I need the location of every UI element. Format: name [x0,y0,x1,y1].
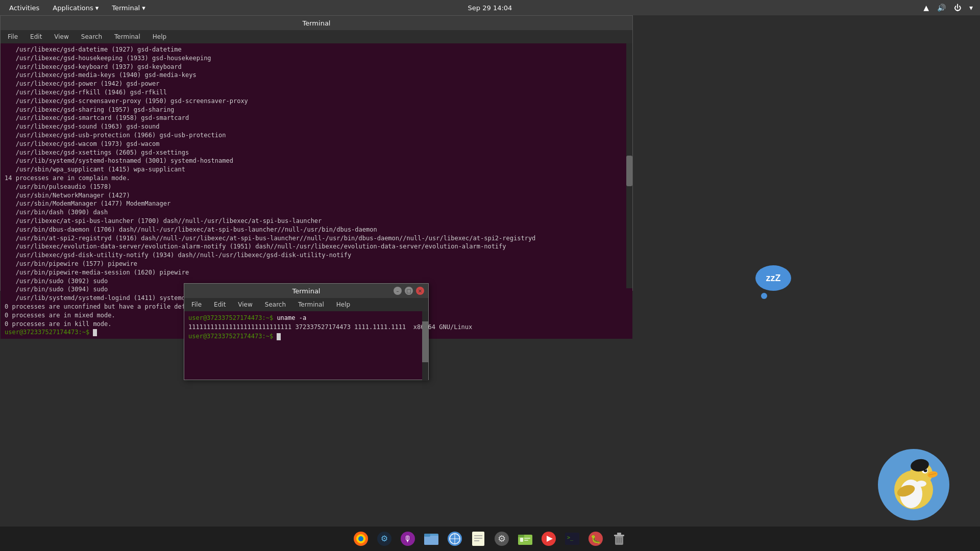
main-terminal-scrollbar[interactable] [626,43,632,288]
second-terminal-prompt2: user@372337527174473:~$ [188,332,424,341]
svg-text:🐛: 🐛 [591,534,601,544]
terminal-taskbar-icon: >_ [564,531,580,547]
second-prompt2: user@372337527174473:~$ [188,333,277,340]
terminal-line: /usr/bin/dbus-daemon (1706) dash//null-/… [5,226,628,234]
datetime-text: Sep 29 14:04 [468,4,512,12]
svg-rect-34 [524,538,530,539]
podcast-icon: 🎙 [400,531,416,547]
svg-rect-35 [524,540,528,541]
taskbar-firefox[interactable] [351,529,371,549]
applications-dropdown-icon: ▾ [95,4,99,12]
topbar-right: ▲ 🔊 ⏻ ▾ [921,4,975,12]
topbar: Activities Applications ▾ Terminal ▾ Sep… [0,0,980,15]
menu-view[interactable]: View [51,32,71,41]
second-terminal-scrollbar[interactable] [422,311,428,381]
terminal-line: /usr/libexec/evolution-data-server/evolu… [5,242,628,251]
menu2-search[interactable]: Search [262,300,289,309]
terminal-line: /usr/libexec/gsd-disk-utility-notify (19… [5,251,628,260]
terminal-line: /usr/libexec/gsd-power (1942) gsd-power [5,80,628,88]
zzz-bubble: zzZ [755,265,791,291]
second-terminal-scrollbar-thumb[interactable] [422,321,428,362]
notes-icon [470,531,486,547]
svg-rect-25 [472,532,484,546]
svg-rect-44 [617,533,621,535]
svg-rect-33 [520,538,523,542]
svg-text:>_: >_ [567,535,574,541]
terminal-line: /usr/libexec/gsd-rfkill (1946) gsd-rfkil… [5,88,628,97]
terminal-line: /usr/libexec/gsd-smartcard (1958) gsd-sm… [5,114,628,122]
close-button[interactable]: ✕ [416,287,424,295]
second-terminal-output1: 1111111111111111111111111111 37233752717… [188,322,424,332]
terminal-line: /usr/bin/pipewire-media-session (1620) p… [5,268,628,277]
terminal-line: /usr/libexec/gsd-housekeeping (1933) gsd… [5,54,628,63]
taskbar-browser[interactable] [445,529,465,549]
topbar-datetime: Sep 29 14:04 [468,4,512,12]
maximize-button[interactable]: □ [405,287,413,295]
network-icon[interactable]: ▲ [921,4,931,12]
main-terminal-scrollbar-thumb[interactable] [626,156,632,186]
taskbar-podcast[interactable]: 🎙 [398,529,418,549]
media-icon [541,531,557,547]
applications-label: Applications [53,4,93,12]
terminal-menu[interactable]: Terminal ▾ [108,0,149,15]
terminal-line: /usr/libexec/gsd-sound (1963) gsd-sound [5,122,628,131]
terminal-line: 14 processes are in complain mode. [5,174,628,183]
menu-help[interactable]: Help [150,32,169,41]
terminal-line: /usr/sbin/ModemManager (1477) ModemManag… [5,199,628,208]
terminal-line: /usr/libexec/gsd-media-keys (1940) gsd-m… [5,71,628,80]
taskbar-debug[interactable]: 🐛 [585,529,606,549]
terminal-line: /usr/bin/pulseaudio (1578) [5,183,628,191]
menu-terminal[interactable]: Terminal [111,32,143,41]
taskbar: ⚙ 🎙 [0,527,980,551]
terminal-line: /usr/bin/pipewire (1577) pipewire [5,260,628,268]
minimize-button[interactable]: – [394,287,402,295]
terminal-line: /usr/libexec/gsd-xsettings (2605) gsd-xs… [5,148,628,157]
terminal-line: /usr/libexec/gsd-keyboard (1937) gsd-key… [5,63,628,71]
second-terminal-content: user@372337527174473:~$ uname -a 1111111… [184,311,428,343]
activities-button[interactable]: Activities [5,0,43,15]
window-controls: – □ ✕ [394,287,424,295]
second-terminal-window: Terminal – □ ✕ File Edit View Search Ter… [184,283,429,380]
svg-point-13 [358,536,363,541]
activities-label: Activities [9,4,39,12]
main-terminal-menubar: File Edit View Search Terminal Help [1,30,632,43]
menu-search[interactable]: Search [78,32,105,41]
taskbar-steam[interactable]: ⚙ [374,529,395,549]
browser-icon [447,531,463,547]
menu2-file[interactable]: File [188,300,205,309]
menu2-help[interactable]: Help [333,300,353,309]
terminal-line: /usr/libexec/gsd-datetime (1927) gsd-dat… [5,45,628,54]
applications-menu[interactable]: Applications ▾ [48,0,103,15]
terminal-line: /usr/bin/at-spi2-registryd (1916) dash//… [5,234,628,243]
power-icon[interactable]: ⏻ [952,4,963,12]
filemanager-icon [517,531,533,547]
terminal-line: /usr/sbin/wpa_supplicant (1415) wpa-supp… [5,165,628,174]
volume-icon[interactable]: 🔊 [935,4,948,12]
zzz-text: zzZ [766,273,781,284]
taskbar-media[interactable] [538,529,559,549]
terminal-line: /usr/bin/dash (3090) dash [5,208,628,217]
terminal-line: /usr/sbin/NetworkManager (1427) [5,191,628,200]
chevron-down-icon[interactable]: ▾ [967,4,975,12]
svg-text:🎙: 🎙 [404,534,412,544]
menu2-edit[interactable]: Edit [211,300,229,309]
taskbar-notes[interactable] [468,529,488,549]
settings-icon: ⚙ [494,531,510,547]
terminal-label-top: Terminal [112,4,140,12]
taskbar-filemanager[interactable] [515,529,535,549]
menu2-view[interactable]: View [235,300,255,309]
menu2-terminal[interactable]: Terminal [295,300,327,309]
svg-rect-20 [424,534,430,537]
taskbar-files[interactable] [421,529,442,549]
main-terminal-titlebar: Terminal [1,16,632,30]
second-terminal-line1: user@372337527174473:~$ uname -a [188,313,424,322]
firefox-icon [353,531,369,547]
menu-file[interactable]: File [5,32,21,41]
steam-icon: ⚙ [376,531,393,547]
second-terminal-title: Terminal [219,287,394,295]
menu-edit[interactable]: Edit [27,32,45,41]
taskbar-settings[interactable]: ⚙ [492,529,512,549]
taskbar-trash[interactable] [609,529,629,549]
taskbar-terminal[interactable]: >_ [562,529,582,549]
main-terminal-title: Terminal [303,19,331,27]
